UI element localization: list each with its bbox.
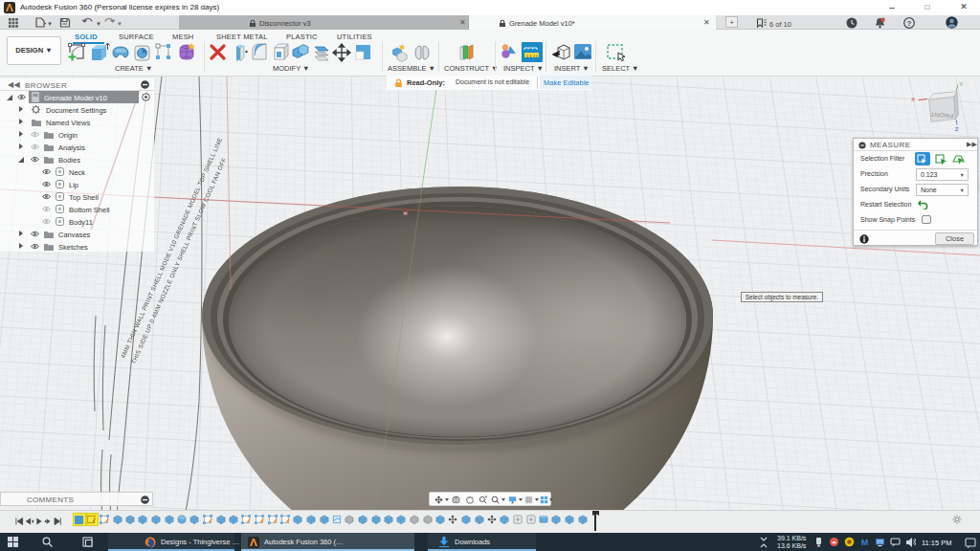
svg-text:M: M xyxy=(861,538,869,547)
svg-text:Z: Z xyxy=(955,125,959,132)
svg-text:?: ? xyxy=(907,19,912,28)
svg-text:Y: Y xyxy=(959,80,963,87)
svg-text:X: X xyxy=(911,96,915,102)
